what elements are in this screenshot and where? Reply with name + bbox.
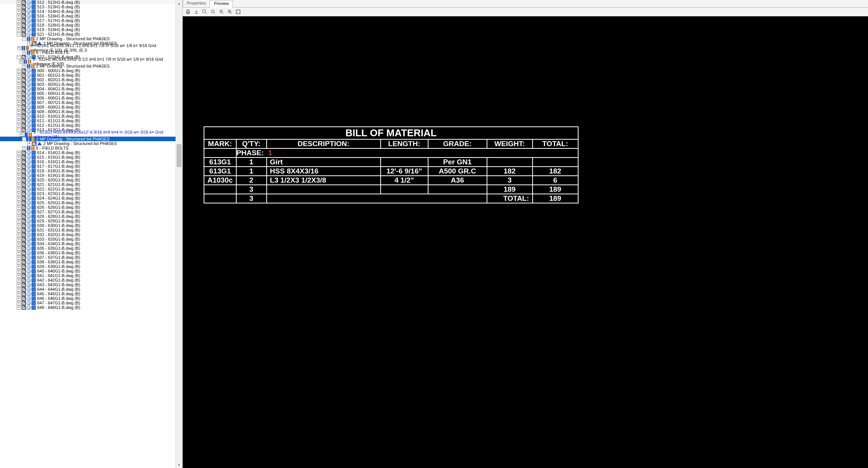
expand-toggle[interactable]: + <box>17 237 21 241</box>
expand-toggle[interactable]: + <box>17 251 21 255</box>
expand-toggle[interactable]: + <box>17 265 21 269</box>
expand-toggle[interactable]: + <box>17 105 21 109</box>
tree-row[interactable]: +644 - 644G1-B.dwg (B) <box>0 287 175 292</box>
tree-row[interactable]: +636 - 636G1-B.dwg (B) <box>0 251 175 255</box>
zoom-in-icon[interactable] <box>227 9 233 15</box>
tree-row[interactable]: +612 - 612G1-B.dwg (B) <box>0 123 175 128</box>
tree-row[interactable]: +616 - 616G1-B.dwg (B) <box>0 159 175 164</box>
expand-toggle[interactable]: + <box>22 64 26 68</box>
expand-toggle[interactable]: + <box>17 82 21 87</box>
expand-toggle[interactable]: + <box>17 183 21 187</box>
expand-toggle[interactable]: + <box>17 196 21 200</box>
expand-toggle[interactable]: + <box>17 0 21 5</box>
tree-row[interactable]: +517 - 517H1-B.dwg (B) <box>0 18 175 23</box>
tree-row[interactable]: +648 - 648G1-B.dwg (B) <box>0 305 175 310</box>
expand-toggle[interactable]: + <box>17 28 21 32</box>
tree-row[interactable]: −2 MP Drawing - Structured list PHASES <box>0 36 175 41</box>
tree-row[interactable]: +514 - 514H1-B.dwg (B) <box>0 9 175 14</box>
expand-toggle[interactable]: + <box>17 114 21 118</box>
tree-row[interactable]: +622 - 622G1-B.dwg (B) <box>0 187 175 191</box>
expand-toggle[interactable]: + <box>17 301 21 305</box>
expand-toggle[interactable]: + <box>17 283 21 287</box>
tab-properties[interactable]: Properties <box>183 0 210 7</box>
expand-toggle[interactable]: + <box>19 60 23 64</box>
tree-row[interactable]: +512 - 512H1-B.dwg (B) <box>0 0 175 5</box>
print-icon[interactable] <box>185 9 191 15</box>
expand-toggle[interactable]: + <box>17 201 21 205</box>
expand-toggle[interactable]: + <box>17 173 21 178</box>
tree-row[interactable]: +6 - FIELD BOLTS <box>0 146 175 150</box>
expand-toggle[interactable]: + <box>17 23 21 27</box>
expand-toggle[interactable]: + <box>17 96 21 100</box>
expand-toggle[interactable]: + <box>17 246 21 251</box>
expand-toggle[interactable]: + <box>17 233 21 237</box>
export-icon[interactable] <box>193 9 199 15</box>
tree-row[interactable]: +605 - 605G1-B.dwg (B) <box>0 91 175 96</box>
tree-row[interactable]: +602 - 602G1-B.dwg (B) <box>0 77 175 82</box>
tree-row[interactable]: +638 - 638G1-B.dwg (B) <box>0 260 175 264</box>
expand-toggle[interactable]: + <box>17 178 21 182</box>
tree-row[interactable]: +606 - 606G1-B.dwg (B) <box>0 96 175 100</box>
tree-row[interactable]: +633 - 633G1-B.dwg (B) <box>0 237 175 241</box>
tree-row[interactable]: +620 - 620G1-B.dwg (B) <box>0 178 175 182</box>
expand-toggle[interactable]: + <box>17 205 21 210</box>
expand-toggle[interactable]: + <box>17 192 21 196</box>
tree-row[interactable]: +6 - 521H1 MC6X6.5x11'-11 d=6 b=1 7/8 t=… <box>0 46 175 50</box>
tree-row[interactable]: +1 - 522H1 MC6X6.5x10'-0 1/2 d=6 b=1 7/8… <box>0 59 175 64</box>
expand-toggle[interactable]: + <box>17 169 21 173</box>
expand-toggle[interactable]: + <box>17 164 21 169</box>
expand-toggle[interactable]: + <box>17 292 21 296</box>
expand-toggle[interactable]: + <box>17 260 21 264</box>
expand-toggle[interactable]: + <box>17 110 21 114</box>
tree-row[interactable]: +646 - 646G1-B.dwg (B) <box>0 296 175 301</box>
zoom-window-icon[interactable] <box>202 9 208 15</box>
tree-row[interactable]: +519 - 519H1-B.dwg (B) <box>0 27 175 32</box>
tree-row[interactable]: +632 - 632G1-B.dwg (B) <box>0 232 175 237</box>
collapse-toggle[interactable]: − <box>17 55 21 59</box>
expand-toggle[interactable]: + <box>17 210 21 214</box>
expand-toggle[interactable]: + <box>17 255 21 260</box>
tree-row[interactable]: +1 - 613G1 HSS 8X4X3/16x12'-6 9/16 d=8 b… <box>0 132 175 137</box>
tree-row[interactable]: +626 - 626G1-B.dwg (B) <box>0 205 175 210</box>
tree-row[interactable]: +2 MP Drawing - Structured list PHASES <box>0 141 175 146</box>
tree-row[interactable]: +623 - 623G1-B.dwg (B) <box>0 191 175 196</box>
tree-row[interactable]: +643 - 643G1-B.dwg (B) <box>0 282 175 287</box>
tree-row[interactable]: +640 - 640G1-B.dwg (B) <box>0 269 175 273</box>
expand-toggle[interactable]: + <box>20 132 24 137</box>
tree-row[interactable]: +603 - 603G1-B.dwg (B) <box>0 82 175 87</box>
expand-toggle[interactable]: + <box>17 151 21 155</box>
tree-row[interactable]: +518 - 518H1-B.dwg (B) <box>0 23 175 27</box>
expand-toggle[interactable]: + <box>27 142 32 146</box>
tree-row[interactable]: +627 - 627G1-B.dwg (B) <box>0 210 175 214</box>
tree-row[interactable]: +609 - 609G1-B.dwg (B) <box>0 109 175 114</box>
collapse-toggle[interactable]: − <box>22 37 26 41</box>
scroll-thumb[interactable] <box>177 144 182 167</box>
collapse-toggle[interactable]: − <box>22 137 26 141</box>
tree-row[interactable]: +639 - 639G1-B.dwg (B) <box>0 264 175 269</box>
tree-row[interactable]: +624 - 624G1-B.dwg (B) <box>0 196 175 200</box>
tree-row[interactable]: +630 - 630G1-B.dwg (B) <box>0 223 175 228</box>
tree-row[interactable]: +629 - 629G1-B.dwg (B) <box>0 219 175 223</box>
expand-toggle[interactable]: + <box>17 87 21 91</box>
expand-toggle[interactable]: + <box>22 50 26 55</box>
expand-toggle[interactable]: + <box>17 274 21 278</box>
expand-toggle[interactable]: + <box>17 160 21 164</box>
expand-toggle[interactable]: + <box>17 287 21 292</box>
tree-row[interactable]: +513 - 513H1-B.dwg (B) <box>0 5 175 9</box>
tree-row[interactable]: +637 - 637G1-B.dwg (B) <box>0 255 175 260</box>
tree-row[interactable]: +600 - 600G1-B.dwg (B) <box>0 68 175 73</box>
tree-row[interactable]: +614 - 614G1-B.dwg (B) <box>0 150 175 155</box>
zoom-out-icon[interactable] <box>218 9 225 15</box>
tree-row[interactable]: +631 - 631G1-B.dwg (B) <box>0 228 175 232</box>
expand-toggle[interactable]: + <box>17 123 21 128</box>
tree-row[interactable]: +615 - 615G1-B.dwg (B) <box>0 155 175 159</box>
collapse-toggle[interactable]: − <box>17 128 21 132</box>
expand-toggle[interactable]: + <box>17 214 21 219</box>
expand-toggle[interactable]: + <box>17 278 21 282</box>
tree-row[interactable]: +607 - 607G1-B.dwg (B) <box>0 100 175 105</box>
tree-row[interactable]: +618 - 618G1-B.dwg (B) <box>0 169 175 173</box>
tree-vertical-scrollbar[interactable]: ▴ ▾ <box>175 0 182 468</box>
expand-toggle[interactable]: + <box>17 14 21 18</box>
expand-toggle[interactable]: + <box>17 91 21 96</box>
tree-row[interactable]: +641 - 641G1-B.dwg (B) <box>0 273 175 278</box>
